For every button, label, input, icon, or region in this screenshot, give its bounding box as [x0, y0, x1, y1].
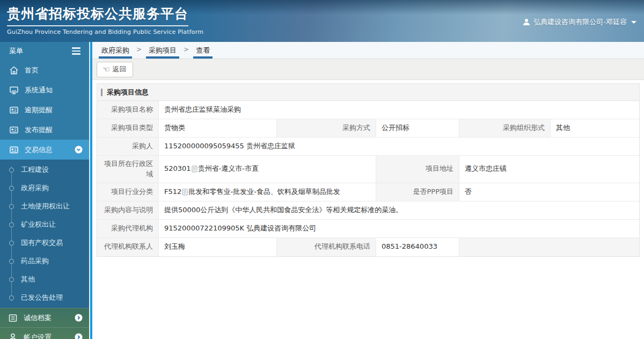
page-subtitle: GuiZhou Province Tendering and Bidding P… — [7, 28, 203, 35]
app-header: 贵州省招标投标公共服务平台 GuiZhou Province Tendering… — [0, 0, 644, 42]
submenu-item-published-notices[interactable]: 已发公告处理 — [0, 288, 89, 307]
chevron-right-circle-icon — [75, 333, 83, 339]
breadcrumb-view[interactable]: 查看 — [191, 42, 215, 59]
field-label-project-type: 采购项目类型 — [97, 119, 159, 137]
sidebar-item-label: 诚信档案 — [24, 313, 52, 323]
monitor-icon — [9, 85, 19, 95]
field-value-ppp-project: 否 — [459, 183, 639, 201]
submenu-label: 药品采购 — [21, 256, 49, 266]
submenu-item-land-use[interactable]: 土地使用权出让 — [0, 197, 89, 215]
table-row: 采购内容与说明 提供50000公斤达到《中华人民共和国食品安全法》等相关规定标准… — [97, 201, 639, 220]
industry-code: F512 — [164, 187, 181, 197]
breadcrumb-label: 政府采购 — [101, 46, 129, 55]
submenu-label: 其他 — [21, 275, 35, 284]
user-menu[interactable]: 弘典建设咨询有限公司-邓廷容 — [523, 17, 636, 27]
sidebar-item-label: 帐户设置 — [24, 333, 52, 339]
field-value-industry-category: F512 批发和零售业-批发业-食品、饮料及烟草制品批发 — [159, 183, 376, 201]
field-label-agency: 采购代理机构 — [97, 220, 159, 237]
breadcrumb-procurement-project[interactable]: 采购项目 — [144, 42, 181, 59]
section-header: 采购项目信息 — [97, 84, 639, 101]
page-title: 贵州省招标投标公共服务平台 — [7, 5, 188, 26]
field-value-organization-form: 其他 — [551, 119, 639, 137]
transaction-submenu: 工程建设 政府采购 土地使用权出让 矿业权出让 国有产权交易 药品采购 其他 已… — [0, 160, 89, 308]
table-row: 采购项目类型 货物类 采购方式 公开招标 采购组织形式 其他 — [97, 119, 639, 138]
sidebar-menu-header: 菜单 — [0, 42, 89, 60]
field-label-admin-region: 项目所在行政区域 — [97, 156, 159, 183]
back-button-label: 返回 — [112, 64, 126, 74]
sidebar-item-account-settings[interactable]: 帐户设置 — [0, 327, 89, 339]
chevron-right-circle-icon — [75, 314, 83, 322]
user-settings-icon — [8, 333, 18, 339]
field-value-project-name: 贵州省忠庄监狱菜油采购 — [159, 101, 639, 119]
field-value-project-type: 货物类 — [159, 119, 277, 137]
sidebar-item-label: 系统通知 — [25, 85, 53, 95]
region-name: 贵州省-遵义市-市直 — [198, 164, 259, 174]
industry-name: 批发和零售业-批发业-食品、饮料及烟草制品批发 — [188, 187, 340, 197]
breadcrumb-label: 采购项目 — [149, 46, 177, 55]
card-icon — [9, 125, 19, 135]
chevron-down-circle-icon — [75, 146, 83, 154]
sidebar-item-overdue-reminder[interactable]: 逾期提醒 — [0, 100, 89, 120]
submenu-item-state-assets[interactable]: 国有产权交易 — [0, 234, 89, 252]
field-label-organization-form: 采购组织形式 — [459, 119, 551, 137]
field-label-content-description: 采购内容与说明 — [97, 201, 159, 219]
field-label-purchaser: 采购人 — [97, 138, 159, 155]
section-title: 采购项目信息 — [107, 88, 149, 97]
card-icon — [9, 145, 19, 155]
archive-icon — [8, 313, 18, 323]
user-name: 弘典建设咨询有限公司-邓廷容 — [533, 17, 627, 27]
field-label-industry-category: 项目行业分类 — [97, 183, 159, 201]
region-code: 520301 — [164, 164, 191, 174]
menu-title: 菜单 — [9, 46, 23, 56]
field-label-project-address: 项目地址 — [376, 156, 459, 183]
breadcrumb-gov-procurement[interactable]: 政府采购 — [97, 42, 134, 59]
sidebar-item-transaction-info[interactable]: 交易信息 — [0, 140, 89, 160]
field-value-agency-phone: 0851-28640033 — [376, 238, 459, 256]
submenu-label: 矿业权出让 — [21, 220, 56, 229]
sidebar-item-credit-archive[interactable]: 诚信档案 — [0, 308, 89, 327]
submenu-item-gov-procurement[interactable]: 政府采购 — [0, 179, 89, 197]
table-row: 采购项目名称 贵州省忠庄监狱菜油采购 — [97, 101, 639, 119]
sidebar-item-label: 发布提醒 — [25, 125, 53, 135]
brand-block: 贵州省招标投标公共服务平台 GuiZhou Province Tendering… — [7, 5, 203, 35]
breadcrumb-label: 查看 — [196, 46, 210, 55]
submenu-item-engineering[interactable]: 工程建设 — [0, 161, 89, 179]
breadcrumb: 政府采购 > 采购项目 > 查看 — [92, 42, 644, 59]
field-label-agency-contact: 代理机构联系人 — [97, 238, 159, 256]
sidebar-item-label: 交易信息 — [25, 145, 53, 155]
submenu-item-drug-procurement[interactable]: 药品采购 — [0, 252, 89, 270]
sidebar-item-notifications[interactable]: 系统通知 — [0, 80, 89, 100]
table-row: 项目所在行政区域 520301 贵州省-遵义市-市直 项目地址 遵义市忠庄镇 — [97, 156, 639, 183]
table-row: 代理机构联系人 刘玉梅 代理机构联系电话 0851-28640033 — [97, 238, 639, 256]
submenu-label: 工程建设 — [21, 165, 49, 175]
field-value-purchaser: 115200000095059455 贵州省忠庄监狱 — [159, 138, 639, 155]
submenu-item-other[interactable]: 其他 — [0, 270, 89, 288]
sidebar-item-publish-reminder[interactable]: 发布提醒 — [0, 120, 89, 140]
field-label-agency-phone: 代理机构联系电话 — [277, 238, 376, 256]
content-area: 采购项目信息 采购项目名称 贵州省忠庄监狱菜油采购 采购项目类型 货物类 采购方… — [92, 80, 644, 339]
submenu-item-mining-rights[interactable]: 矿业权出让 — [0, 215, 89, 234]
field-value-admin-region: 520301 贵州省-遵义市-市直 — [159, 156, 376, 183]
table-row: 采购代理机构 91520000722109905K 弘典建设咨询有限公司 — [97, 220, 639, 238]
submenu-label: 已发公告处理 — [21, 293, 63, 302]
sidebar-item-label: 首页 — [25, 66, 39, 75]
submenu-label: 国有产权交易 — [21, 238, 63, 248]
document-icon — [192, 165, 197, 172]
field-value-procurement-method: 公开招标 — [376, 119, 459, 137]
field-value-agency-contact: 刘玉梅 — [159, 238, 277, 256]
field-value-agency: 91520000722109905K 弘典建设咨询有限公司 — [159, 220, 639, 237]
sidebar-item-home[interactable]: 首页 — [0, 60, 89, 80]
toolbar: ☜ 返回 — [92, 59, 644, 80]
empty-cell — [459, 238, 639, 256]
breadcrumb-separator: > — [134, 42, 144, 59]
field-label-procurement-method: 采购方式 — [277, 119, 376, 137]
submenu-label: 政府采购 — [21, 183, 49, 193]
table-row: 采购人 115200000095059455 贵州省忠庄监狱 — [97, 138, 639, 156]
document-icon — [182, 189, 188, 196]
breadcrumb-separator: > — [181, 42, 191, 59]
back-button[interactable]: ☜ 返回 — [97, 62, 133, 77]
back-hand-icon: ☜ — [103, 65, 109, 73]
sidebar-item-label: 逾期提醒 — [25, 105, 53, 115]
hamburger-icon[interactable] — [71, 46, 82, 56]
field-value-project-address: 遵义市忠庄镇 — [459, 156, 639, 183]
